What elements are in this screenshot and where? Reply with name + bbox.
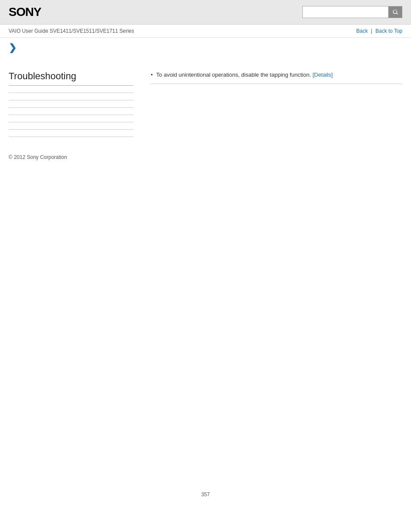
footer: © 2012 Sony Corporation xyxy=(0,146,411,169)
search-area xyxy=(302,6,402,18)
search-input[interactable] xyxy=(302,6,389,18)
list-item xyxy=(9,86,134,93)
details-link[interactable]: [Details] xyxy=(312,72,333,78)
search-icon xyxy=(392,9,399,16)
main-content: Troubleshooting xyxy=(0,62,411,146)
breadcrumb: VAIO User Guide SVE1411/SVE1511/SVE1711 … xyxy=(9,28,134,34)
content-area: • To avoid unintentional operations, dis… xyxy=(142,71,402,137)
back-to-top-link[interactable]: Back to Top xyxy=(376,28,402,34)
list-item xyxy=(9,100,134,108)
nav-links: Back | Back to Top xyxy=(356,28,402,34)
copyright-text: © 2012 Sony Corporation xyxy=(9,154,67,160)
bullet-icon: • xyxy=(151,72,153,78)
list-item xyxy=(9,115,134,122)
back-link[interactable]: Back xyxy=(356,28,368,34)
list-item xyxy=(9,93,134,100)
sony-logo: SONY xyxy=(9,5,41,19)
list-item xyxy=(9,122,134,130)
sidebar-title: Troubleshooting xyxy=(9,71,134,86)
sidebar-links xyxy=(9,86,134,137)
content-description: To avoid unintentional operations, disab… xyxy=(156,72,311,78)
sidebar: Troubleshooting xyxy=(9,71,142,137)
search-button[interactable] xyxy=(389,6,402,18)
list-item xyxy=(9,108,134,115)
content-item: • To avoid unintentional operations, dis… xyxy=(151,71,402,84)
site-header: SONY xyxy=(0,0,411,25)
chevron-right-icon: ❯ xyxy=(9,42,16,53)
nav-bar: VAIO User Guide SVE1411/SVE1511/SVE1711 … xyxy=(0,25,411,38)
arrow-container: ❯ xyxy=(0,38,411,62)
content-text: To avoid unintentional operations, disab… xyxy=(156,71,333,79)
list-item xyxy=(9,130,134,137)
nav-separator: | xyxy=(371,28,372,34)
page-number: 357 xyxy=(193,483,218,506)
